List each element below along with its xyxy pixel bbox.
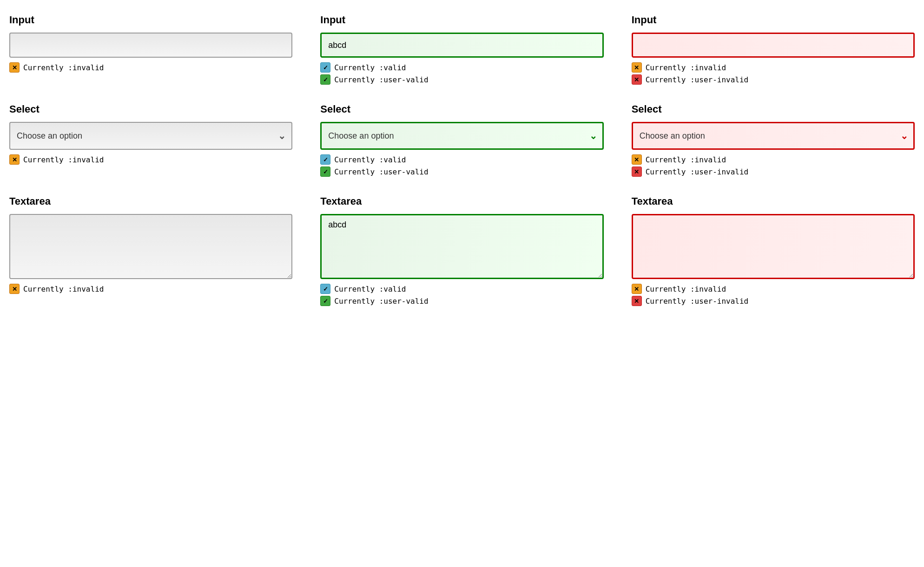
section-label-select-col-invalid: Select <box>632 103 915 115</box>
status-item-0: ✓ Currently :valid <box>320 62 603 73</box>
status-badge-icon: ✓ <box>320 74 330 85</box>
section-label-textarea-col-invalid: Textarea <box>632 195 915 207</box>
section-label-select-col-valid: Select <box>320 103 603 115</box>
select-field-col-default[interactable]: Choose an optionOneTwoThree <box>9 122 292 150</box>
status-text: Currently :user-invalid <box>646 75 749 84</box>
status-list-col-valid-input: ✓ Currently :valid✓ Currently :user-vali… <box>320 62 603 85</box>
status-list-col-invalid-input: ✕ Currently :invalid✕ Currently :user-in… <box>632 62 915 85</box>
status-list-col-default-input: ✕ Currently :invalid <box>9 62 292 73</box>
status-text: Currently :user-invalid <box>646 167 749 176</box>
status-list-col-default-textarea: ✕ Currently :invalid <box>9 284 292 294</box>
cell-col-default-select: SelectChoose an optionOneTwoThree⌄✕ Curr… <box>9 103 292 177</box>
status-item-0: ✕ Currently :invalid <box>9 154 292 165</box>
status-badge-icon: ✓ <box>320 62 330 73</box>
status-item-1: ✕ Currently :user-invalid <box>632 296 915 306</box>
status-item-0: ✕ Currently :invalid <box>632 62 915 73</box>
textarea-field-col-default[interactable] <box>9 214 292 279</box>
status-text: Currently :invalid <box>646 63 726 72</box>
status-text: Currently :invalid <box>23 155 104 164</box>
status-item-1: ✕ Currently :user-invalid <box>632 167 915 177</box>
status-text: Currently :valid <box>334 285 406 294</box>
select-field-col-invalid[interactable]: Choose an optionOneTwoThree <box>632 122 915 150</box>
cell-col-valid-select: SelectChoose an optionOneTwoThree⌄✓ Curr… <box>320 103 603 177</box>
status-text: Currently :invalid <box>646 285 726 294</box>
status-badge-icon: ✕ <box>632 74 642 85</box>
section-label-input-col-valid: Input <box>320 14 603 26</box>
status-badge-icon: ✕ <box>632 296 642 306</box>
status-text: Currently :user-invalid <box>646 297 749 306</box>
status-badge-icon: ✕ <box>9 62 20 73</box>
status-badge-icon: ✕ <box>9 154 20 165</box>
status-item-0: ✓ Currently :valid <box>320 154 603 165</box>
cell-col-valid-textarea: Textarea✓ Currently :valid✓ Currently :u… <box>320 195 603 306</box>
status-text: Currently :invalid <box>23 63 104 72</box>
status-item-0: ✕ Currently :invalid <box>9 284 292 294</box>
select-field-col-valid[interactable]: Choose an optionOneTwoThree <box>320 122 603 150</box>
status-badge-icon: ✕ <box>9 284 20 294</box>
status-item-1: ✓ Currently :user-valid <box>320 296 603 306</box>
status-list-col-invalid-textarea: ✕ Currently :invalid✕ Currently :user-in… <box>632 284 915 306</box>
status-text: Currently :user-valid <box>334 297 428 306</box>
status-text: Currently :user-valid <box>334 167 428 176</box>
status-badge-icon: ✕ <box>632 167 642 177</box>
status-badge-icon: ✓ <box>320 154 330 165</box>
cell-col-invalid-select: SelectChoose an optionOneTwoThree⌄✕ Curr… <box>632 103 915 177</box>
status-list-col-invalid-select: ✕ Currently :invalid✕ Currently :user-in… <box>632 154 915 177</box>
section-label-input-col-invalid: Input <box>632 14 915 26</box>
status-item-0: ✓ Currently :valid <box>320 284 603 294</box>
status-list-col-valid-select: ✓ Currently :valid✓ Currently :user-vali… <box>320 154 603 177</box>
section-label-select-col-default: Select <box>9 103 292 115</box>
status-item-1: ✓ Currently :user-valid <box>320 74 603 85</box>
cell-col-invalid-textarea: Textarea✕ Currently :invalid✕ Currently … <box>632 195 915 306</box>
cell-col-default-input: Input✕ Currently :invalid <box>9 14 292 85</box>
status-text: Currently :valid <box>334 155 406 164</box>
status-item-1: ✓ Currently :user-valid <box>320 167 603 177</box>
section-label-input-col-default: Input <box>9 14 292 26</box>
section-label-textarea-col-valid: Textarea <box>320 195 603 207</box>
status-badge-icon: ✓ <box>320 284 330 294</box>
select-wrapper-col-invalid: Choose an optionOneTwoThree⌄ <box>632 122 915 150</box>
status-badge-icon: ✕ <box>632 62 642 73</box>
input-field-col-valid[interactable] <box>320 33 603 58</box>
select-wrapper-col-default: Choose an optionOneTwoThree⌄ <box>9 122 292 150</box>
textarea-field-col-invalid[interactable] <box>632 214 915 279</box>
status-item-1: ✕ Currently :user-invalid <box>632 74 915 85</box>
status-badge-icon: ✕ <box>632 154 642 165</box>
status-item-0: ✕ Currently :invalid <box>9 62 292 73</box>
status-text: Currently :valid <box>334 63 406 72</box>
cell-col-invalid-input: Input✕ Currently :invalid✕ Currently :us… <box>632 14 915 85</box>
status-list-col-default-select: ✕ Currently :invalid <box>9 154 292 165</box>
textarea-field-col-valid[interactable] <box>320 214 603 279</box>
status-item-0: ✕ Currently :invalid <box>632 284 915 294</box>
status-item-0: ✕ Currently :invalid <box>632 154 915 165</box>
status-badge-icon: ✓ <box>320 296 330 306</box>
status-badge-icon: ✕ <box>632 284 642 294</box>
status-text: Currently :invalid <box>646 155 726 164</box>
input-field-col-default[interactable] <box>9 33 292 58</box>
section-label-textarea-col-default: Textarea <box>9 195 292 207</box>
status-badge-icon: ✓ <box>320 167 330 177</box>
main-grid: Input✕ Currently :invalidInput✓ Currentl… <box>9 14 915 306</box>
select-wrapper-col-valid: Choose an optionOneTwoThree⌄ <box>320 122 603 150</box>
cell-col-valid-input: Input✓ Currently :valid✓ Currently :user… <box>320 14 603 85</box>
input-field-col-invalid[interactable] <box>632 33 915 58</box>
cell-col-default-textarea: Textarea✕ Currently :invalid <box>9 195 292 306</box>
status-text: Currently :invalid <box>23 285 104 294</box>
status-text: Currently :user-valid <box>334 75 428 84</box>
status-list-col-valid-textarea: ✓ Currently :valid✓ Currently :user-vali… <box>320 284 603 306</box>
